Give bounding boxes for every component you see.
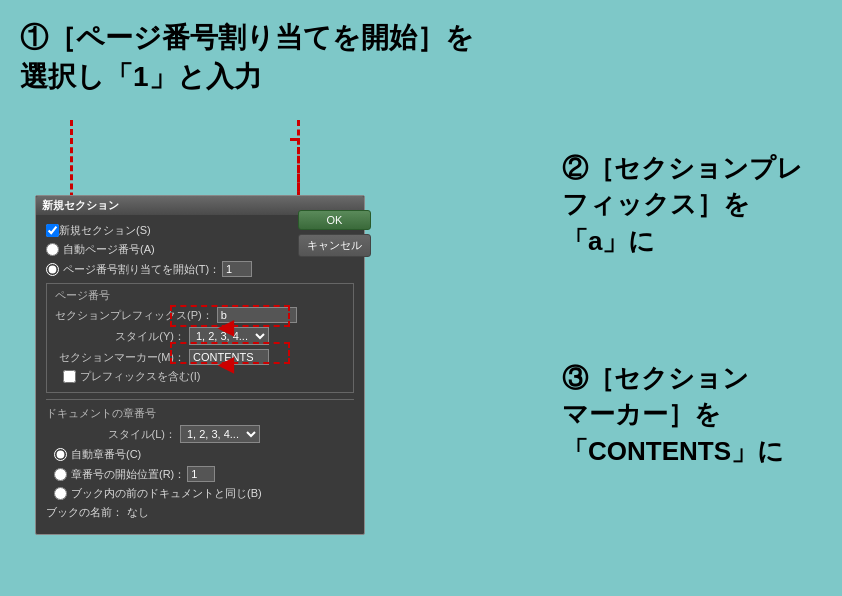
checkbox-new-section[interactable] — [46, 224, 59, 237]
annotation-right-top-line2: フィックス］を — [562, 186, 822, 222]
dialog-row-book-name: ブックの名前： なし — [46, 505, 354, 520]
dialog-row-auto-chapter: 自動章番号(C) — [54, 447, 354, 462]
style-label: スタイル(Y)： — [55, 329, 185, 344]
radio-start-at[interactable] — [46, 263, 59, 276]
prefix-label: セクションプレフィックス(P)： — [55, 308, 213, 323]
doc-section-title: ドキュメントの章番号 — [46, 406, 354, 421]
annotation-top: ①［ページ番号割り当てを開始］を 選択し「1」と入力 — [20, 18, 474, 96]
annotation-right-top: ②［セクションプレ フィックス］を 「a」に — [562, 150, 822, 259]
book-name-label: ブックの名前： — [46, 505, 123, 520]
label-include-prefix: プレフィックスを含む(I) — [80, 369, 200, 384]
section-box-title: ページ番号 — [55, 288, 345, 303]
label-start-at: ページ番号割り当てを開始(T)： — [63, 262, 220, 277]
radio-auto-page[interactable] — [46, 243, 59, 256]
doc-style-label: スタイル(L)： — [46, 427, 176, 442]
annotation-right-bottom: ③［セクション マーカー］を 「CONTENTS」に — [562, 360, 822, 469]
red-arrow-prefix: ◀ — [218, 315, 233, 339]
annotation-right-top-line1: ②［セクションプレ — [562, 150, 822, 186]
field-row-marker: セクションマーカー(M)： — [55, 349, 345, 365]
section-box: ページ番号 セクションプレフィックス(P)： スタイル(Y)： 1, 2, 3,… — [46, 283, 354, 393]
dialog-row-start-at: ページ番号割り当てを開始(T)： — [46, 261, 354, 277]
radio-auto-chapter[interactable] — [54, 448, 67, 461]
annotation-right-bottom-line2: マーカー］を — [562, 396, 822, 432]
label-auto-page: 自動ページ番号(A) — [63, 242, 155, 257]
ok-button[interactable]: OK — [298, 210, 371, 230]
separator — [46, 399, 354, 400]
red-arrow-marker: ◀ — [218, 352, 233, 376]
field-row-prefix: セクションプレフィックス(P)： — [55, 307, 345, 323]
dialog-row-chapter-start: 章番号の開始位置(R)： — [54, 466, 354, 482]
label-new-section: 新規セクション(S) — [59, 223, 151, 238]
button-row: OK キャンセル — [298, 210, 371, 257]
chapter-start-input[interactable] — [187, 466, 215, 482]
annotation-top-line2: 選択し「1」と入力 — [20, 57, 474, 96]
start-at-input[interactable] — [222, 261, 252, 277]
radio-chapter-start[interactable] — [54, 468, 67, 481]
label-auto-chapter: 自動章番号(C) — [71, 447, 141, 462]
book-name-value: なし — [127, 505, 149, 520]
annotation-right-bottom-line3: 「CONTENTS」に — [562, 433, 822, 469]
label-same-book: ブック内の前のドキュメントと同じ(B) — [71, 486, 262, 501]
checkbox-include-prefix[interactable] — [63, 370, 76, 383]
field-row-doc-style: スタイル(L)： 1, 2, 3, 4... — [46, 425, 354, 443]
doc-style-select[interactable]: 1, 2, 3, 4... — [180, 425, 260, 443]
label-chapter-start: 章番号の開始位置(R)： — [71, 467, 185, 482]
checkbox-row-prefix: プレフィックスを含む(I) — [55, 369, 345, 384]
marker-label: セクションマーカー(M)： — [55, 350, 185, 365]
annotation-right-top-line3: 「a」に — [562, 223, 822, 259]
radio-same-book[interactable] — [54, 487, 67, 500]
annotation-top-line1: ①［ページ番号割り当てを開始］を — [20, 18, 474, 57]
annotation-right-bottom-line1: ③［セクション — [562, 360, 822, 396]
cancel-button[interactable]: キャンセル — [298, 234, 371, 257]
field-row-style: スタイル(Y)： 1, 2, 3, 4... — [55, 327, 345, 345]
dialog-row-same-book: ブック内の前のドキュメントと同じ(B) — [54, 486, 354, 501]
